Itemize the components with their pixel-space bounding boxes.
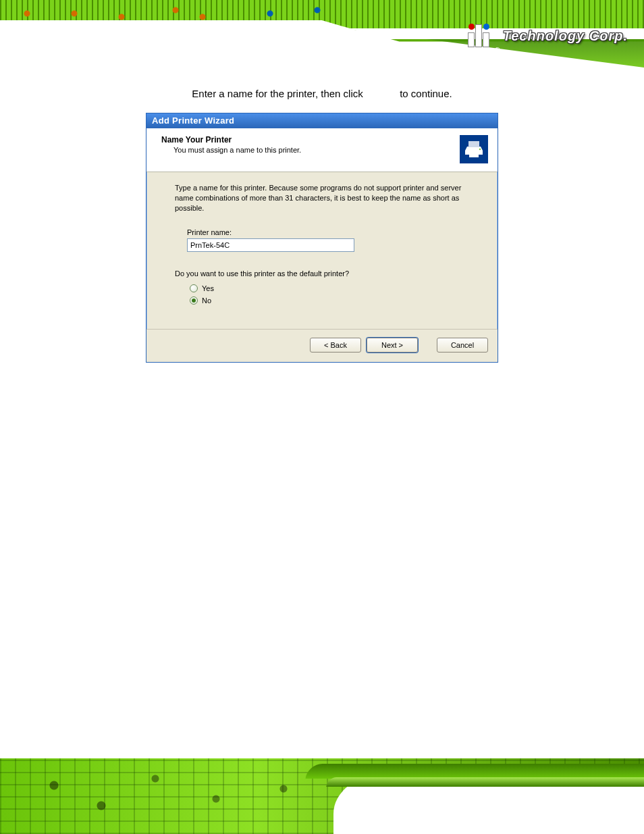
instruction-before: Enter a name for the printer, then click bbox=[192, 88, 363, 99]
radio-label-yes: Yes bbox=[202, 284, 214, 292]
radio-icon bbox=[190, 296, 198, 305]
default-printer-radios: Yes No bbox=[190, 284, 475, 305]
radio-option-yes[interactable]: Yes bbox=[190, 284, 475, 292]
printer-icon bbox=[460, 135, 488, 163]
registered-mark: ® bbox=[495, 46, 500, 54]
radio-label-no: No bbox=[202, 296, 211, 305]
dialog-titlebar: Add Printer Wizard bbox=[146, 113, 498, 128]
add-printer-wizard-dialog: Add Printer Wizard Name Your Printer You… bbox=[146, 113, 498, 363]
printer-name-label: Printer name: bbox=[187, 228, 475, 236]
logo-mark-icon bbox=[468, 24, 489, 47]
page-header-banner: ® Technology Corp. bbox=[0, 0, 644, 68]
instruction-after: to continue. bbox=[400, 88, 452, 99]
page-footer-banner bbox=[0, 753, 644, 834]
instruction-text: Enter a name for the printer, then click… bbox=[0, 88, 644, 99]
dialog-header-title: Name Your Printer bbox=[161, 135, 301, 145]
cancel-button[interactable]: Cancel bbox=[437, 338, 488, 353]
default-printer-question: Do you want to use this printer as the d… bbox=[175, 269, 475, 278]
printer-name-input[interactable] bbox=[187, 238, 354, 252]
dialog-content: Type a name for this printer. Because so… bbox=[146, 172, 498, 329]
dialog-button-row: < Back Next > Cancel bbox=[146, 329, 498, 362]
dialog-header-subtitle: You must assign a name to this printer. bbox=[173, 146, 301, 154]
svg-point-0 bbox=[479, 149, 481, 151]
dialog-header: Name Your Printer You must assign a name… bbox=[146, 128, 498, 172]
back-button[interactable]: < Back bbox=[310, 338, 361, 353]
radio-option-no[interactable]: No bbox=[190, 296, 475, 305]
dialog-description: Type a name for this printer. Because so… bbox=[175, 183, 472, 213]
next-button[interactable]: Next > bbox=[367, 338, 418, 353]
brand-logo: ® Technology Corp. bbox=[468, 24, 628, 47]
brand-name: Technology Corp. bbox=[503, 28, 628, 44]
page-body: Enter a name for the printer, then click… bbox=[0, 88, 644, 363]
footer-swoosh bbox=[333, 773, 644, 834]
radio-icon bbox=[190, 284, 198, 292]
